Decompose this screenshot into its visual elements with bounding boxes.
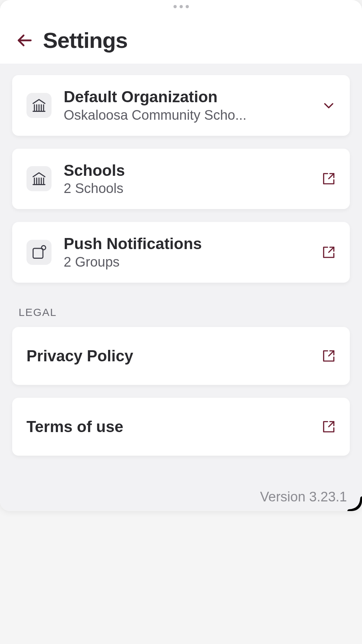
drag-handle-icon[interactable] (0, 0, 362, 10)
card-title: Terms of use (26, 418, 123, 436)
building-icon (26, 166, 52, 191)
legal-section-label: LEGAL (12, 296, 350, 327)
external-link-icon[interactable] (322, 246, 336, 259)
page-title: Settings (43, 28, 128, 53)
svg-rect-14 (33, 248, 43, 258)
external-link-icon[interactable] (322, 420, 336, 434)
card-subtitle: 2 Schools (64, 181, 310, 196)
card-subtitle: 2 Groups (64, 254, 310, 270)
external-link-icon[interactable] (322, 349, 336, 363)
content-area: Default Organization Oskaloosa Community… (0, 64, 362, 511)
svg-line-13 (329, 174, 334, 179)
svg-line-17 (329, 351, 334, 356)
card-title: Schools (64, 162, 310, 180)
settings-screen: Settings Default Organization Oskaloosa … (0, 0, 362, 511)
building-icon (26, 93, 52, 118)
notification-icon (26, 240, 52, 265)
external-link-icon[interactable] (322, 172, 336, 185)
svg-point-15 (41, 246, 46, 250)
terms-of-use-card[interactable]: Terms of use (12, 398, 350, 456)
card-subtitle: Oskaloosa Community Scho... (64, 108, 310, 123)
card-title: Privacy Policy (26, 347, 133, 365)
default-organization-card[interactable]: Default Organization Oskaloosa Community… (12, 75, 350, 136)
privacy-policy-card[interactable]: Privacy Policy (12, 327, 350, 385)
schools-card[interactable]: Schools 2 Schools (12, 149, 350, 209)
card-title: Default Organization (64, 88, 310, 106)
chevron-down-icon[interactable] (322, 99, 336, 112)
svg-line-16 (329, 247, 334, 252)
header: Settings (0, 10, 362, 64)
back-arrow-icon[interactable] (16, 32, 33, 49)
card-title: Push Notifications (64, 235, 310, 253)
svg-line-18 (329, 422, 334, 427)
push-notifications-card[interactable]: Push Notifications 2 Groups (12, 222, 350, 283)
version-label: Version 3.23.1 (260, 489, 347, 505)
